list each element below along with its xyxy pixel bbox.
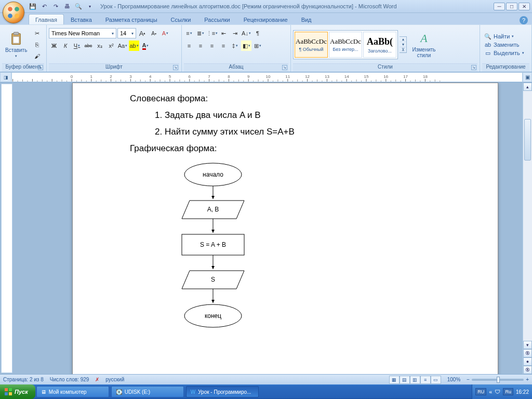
status-words[interactable]: Число слов: 929 xyxy=(50,377,89,382)
styles-gallery[interactable]: AaBbCcDc¶ Обычный AaBbCcDcБез интер... A… xyxy=(293,30,398,59)
browse-object-button[interactable]: ● xyxy=(523,357,532,366)
multilevel-button[interactable]: ⋮≡ xyxy=(207,28,217,38)
scroll-down-button[interactable]: ▾ xyxy=(523,341,532,349)
strike-button[interactable]: abc xyxy=(83,41,94,51)
tray-icon-2[interactable]: 🛡 xyxy=(495,389,500,395)
replace-button[interactable]: abЗаменить xyxy=(484,41,524,48)
copy-button[interactable]: ⎘ xyxy=(32,39,42,50)
ruler-toggle[interactable]: ▣ xyxy=(523,72,532,82)
subscript-button[interactable]: x₂ xyxy=(95,41,105,51)
zoom-slider[interactable]: − + xyxy=(467,377,529,382)
underline-button[interactable]: Ч xyxy=(72,41,82,51)
clock[interactable]: 16:22 xyxy=(516,389,529,395)
shrink-font-button[interactable]: A▾ xyxy=(149,28,159,38)
superscript-button[interactable]: x² xyxy=(106,41,116,51)
paragraph-launcher[interactable]: ↘ xyxy=(282,65,287,70)
status-page[interactable]: Страница: 2 из 8 xyxy=(3,377,44,382)
minimize-button[interactable]: ─ xyxy=(494,3,505,10)
scroll-up-button[interactable]: ▴ xyxy=(523,83,532,91)
undo-icon[interactable]: ↶ xyxy=(40,2,48,10)
tab-references[interactable]: Ссылки xyxy=(164,14,198,24)
zoom-in-button[interactable]: + xyxy=(526,377,529,382)
select-button[interactable]: ▭Выделить ▾ xyxy=(484,49,524,57)
styles-launcher[interactable]: ↘ xyxy=(471,65,476,70)
status-language[interactable]: русский xyxy=(105,377,124,382)
tab-review[interactable]: Рецензирование xyxy=(237,14,295,24)
tray-icon-1[interactable]: « xyxy=(489,389,492,395)
sort-button[interactable]: A↓ xyxy=(241,28,251,38)
web-view[interactable]: ▥ xyxy=(410,376,420,384)
zoom-level[interactable]: 100% xyxy=(447,377,461,382)
change-styles-button[interactable]: A Изменить стили xyxy=(408,30,440,59)
numbering-button[interactable]: ≣ xyxy=(195,28,206,38)
print-icon[interactable]: 🖶 xyxy=(63,2,71,10)
change-case-button[interactable]: Aa xyxy=(117,41,128,51)
status-proofing-icon[interactable]: ✗ xyxy=(95,377,99,382)
align-right-button[interactable]: ≡ xyxy=(207,41,217,51)
grow-font-button[interactable]: A▴ xyxy=(137,28,148,38)
task-item-udisk[interactable]: 💽UDISK (E:) xyxy=(111,386,184,397)
help-button[interactable]: ? xyxy=(520,16,528,24)
styles-more[interactable]: ▴▾⊻ xyxy=(400,36,407,53)
justify-button[interactable]: ≡ xyxy=(218,41,229,51)
qat-more-icon[interactable]: ▾ xyxy=(86,2,94,10)
style-no-spacing[interactable]: AaBbCcDcБез интер... xyxy=(329,32,362,58)
tab-view[interactable]: Вид xyxy=(295,14,318,24)
tab-home[interactable]: Главная xyxy=(29,14,64,24)
clear-format-button[interactable]: A xyxy=(160,28,170,38)
inc-indent-button[interactable]: ⇥ xyxy=(230,28,240,38)
font-color-button[interactable]: A xyxy=(140,41,151,51)
svg-text:7: 7 xyxy=(208,74,210,79)
preview-icon[interactable]: 🔍 xyxy=(74,2,83,10)
align-left-button[interactable]: ≡ xyxy=(184,41,194,51)
print-layout-view[interactable]: ▦ xyxy=(389,376,400,384)
clipboard-launcher[interactable]: ↘ xyxy=(38,65,43,70)
tab-mailings[interactable]: Рассылки xyxy=(197,14,236,24)
format-painter-button[interactable]: 🖌 xyxy=(32,51,42,61)
show-marks-button[interactable]: ¶ xyxy=(252,28,263,38)
reading-view[interactable]: ▤ xyxy=(400,376,410,384)
list-item-1: 1. Задать два числа A и B xyxy=(155,110,441,121)
next-page-button[interactable]: ⦿ xyxy=(523,366,532,374)
bold-button[interactable]: Ж xyxy=(49,41,59,51)
dec-indent-button[interactable]: ⇤ xyxy=(218,28,229,38)
highlight-button[interactable]: ab xyxy=(129,41,139,51)
lang-indicator-1[interactable]: RU xyxy=(475,388,486,395)
prev-page-button[interactable]: ⦿ xyxy=(523,349,532,357)
vertical-ruler[interactable] xyxy=(1,84,12,373)
font-size-combo[interactable]: 14▾ xyxy=(117,28,136,38)
horizontal-ruler[interactable]: 0123456789101112131415161718 xyxy=(11,72,523,82)
align-center-button[interactable]: ≡ xyxy=(195,41,206,51)
start-button[interactable]: Пуск xyxy=(0,384,35,399)
bullets-button[interactable]: ≡ xyxy=(184,28,194,38)
office-button[interactable] xyxy=(3,2,24,23)
tab-insert[interactable]: Вставка xyxy=(64,14,99,24)
shading-button[interactable]: ◧ xyxy=(241,41,251,51)
redo-icon[interactable]: ↷ xyxy=(51,2,60,10)
borders-button[interactable]: ⊞ xyxy=(252,41,263,51)
tab-page-layout[interactable]: Разметка страницы xyxy=(99,14,164,24)
ruler-corner[interactable]: ◨ xyxy=(0,72,11,82)
line-spacing-button[interactable]: ‡ xyxy=(230,41,240,51)
maximize-button[interactable]: □ xyxy=(506,3,517,10)
lang-indicator-2[interactable]: Ru xyxy=(503,388,513,395)
italic-button[interactable]: К xyxy=(60,41,71,51)
close-button[interactable]: ✕ xyxy=(518,3,530,10)
vertical-scrollbar[interactable]: ▴ ▾ ⦿ ● ⦿ xyxy=(523,83,532,374)
font-launcher[interactable]: ↘ xyxy=(173,65,178,70)
find-button[interactable]: 🔍Найти ▾ xyxy=(484,33,524,40)
outline-view[interactable]: ≡ xyxy=(420,376,431,384)
save-icon[interactable]: 💾 xyxy=(29,2,37,10)
task-item-my-computer[interactable]: 🖥Мой компьютер xyxy=(36,386,109,397)
cut-button[interactable]: ✂ xyxy=(32,28,42,38)
task-item-word[interactable]: WУрок - Программиро... xyxy=(186,386,259,397)
zoom-out-button[interactable]: − xyxy=(467,377,470,382)
font-name-combo[interactable]: Times New Roman▾ xyxy=(49,28,116,38)
paste-button[interactable]: Вставить ▾ xyxy=(2,31,30,59)
style-heading[interactable]: AaBb(Заголово... xyxy=(363,32,396,58)
draft-view[interactable]: ▭ xyxy=(431,376,441,384)
style-normal[interactable]: AaBbCcDc¶ Обычный xyxy=(295,32,328,58)
document-viewport[interactable]: Словесная форма: 1. Задать два числа A и… xyxy=(12,83,532,374)
scroll-thumb[interactable] xyxy=(524,119,531,161)
svg-rect-130 xyxy=(5,392,8,395)
